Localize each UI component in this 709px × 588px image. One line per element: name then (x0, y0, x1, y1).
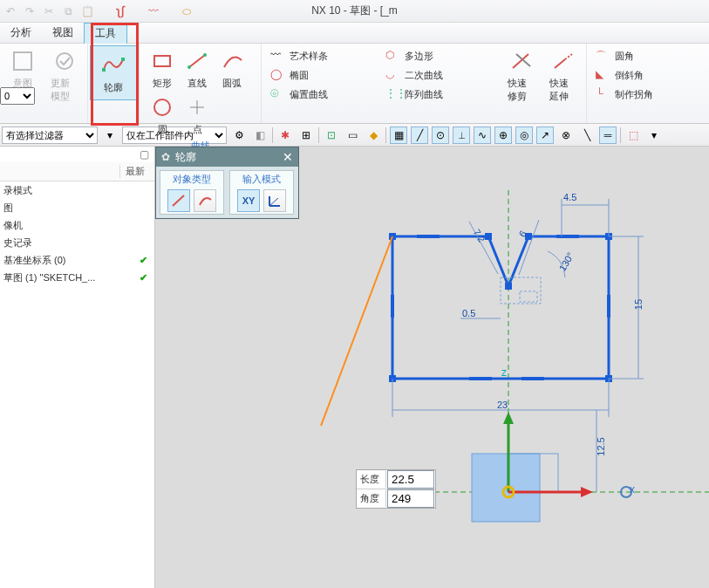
offset-curve-icon: ⦾ (270, 87, 284, 101)
line-button[interactable]: 直线 (180, 45, 215, 92)
point-button[interactable]: 点 (180, 92, 215, 138)
quick-extend-button[interactable]: 快速延伸 (546, 45, 581, 105)
svg-rect-0 (14, 52, 31, 70)
copy-icon[interactable]: ⧉ (61, 4, 75, 18)
length-label: 长度 (357, 471, 386, 488)
paste-icon[interactable]: 📋 (80, 4, 94, 18)
offset-curve-button[interactable]: ⦾偏置曲线 (270, 85, 375, 103)
menu-view[interactable]: 视图 (42, 23, 84, 43)
dim-23[interactable]: 23 (497, 400, 508, 410)
dim-4-5[interactable]: 4.5 (563, 192, 576, 202)
pattern-curve-button[interactable]: ⋮⋮阵列曲线 (385, 85, 490, 103)
tree-node[interactable]: 录模式✔ (0, 181, 154, 199)
dim-0-5[interactable]: 0.5 (462, 308, 475, 318)
fillet-button[interactable]: ⌒圆角 (596, 47, 700, 65)
ellipse-icon: ◯ (270, 68, 284, 82)
tb-6[interactable]: ▭ (344, 126, 361, 144)
tb-snap-9[interactable]: ⊗ (557, 126, 575, 144)
tb-right-1[interactable]: ⬚ (624, 126, 642, 144)
panel-object-type: 对象类型 (173, 173, 211, 186)
chamfer-icon: ◣ (596, 68, 610, 82)
spline-button[interactable]: 〰艺术样条 (270, 47, 375, 65)
circle-icon (148, 93, 176, 121)
tree-node[interactable]: 图✔ (0, 199, 154, 216)
tree-node[interactable]: 像机✔ (0, 216, 154, 234)
col-latest: 最新 (119, 165, 154, 178)
svg-line-54 (173, 195, 184, 206)
circle-button[interactable]: 圆 (145, 92, 180, 138)
update-model-icon (51, 47, 78, 75)
gear-icon[interactable]: ✿ (161, 151, 170, 163)
angle-input[interactable] (388, 490, 433, 507)
cut-icon[interactable]: ✂ (42, 4, 56, 18)
tb-3[interactable]: ✱ (276, 126, 294, 144)
menu-analyze[interactable]: 分析 (0, 23, 42, 43)
length-input[interactable] (388, 471, 433, 488)
check-icon: ✔ (140, 255, 147, 266)
tb-snap-5[interactable]: ∿ (474, 126, 491, 144)
update-model-button[interactable]: 更新模型 (47, 45, 82, 105)
tb-snap-6[interactable]: ⊕ (494, 126, 512, 144)
profile-dialog: ✿ 轮廓 ✕ 对象类型 输入模式 XY (155, 147, 299, 219)
tb-snap-7[interactable]: ◎ (515, 126, 533, 144)
rectangle-button[interactable]: 矩形 (145, 45, 180, 92)
tree-node[interactable]: 史记录✔ (0, 234, 154, 251)
polygon-icon: ⬡ (385, 49, 399, 63)
left-dropdown[interactable]: 0 (0, 87, 35, 105)
svg-line-57 (269, 198, 278, 206)
arc-button[interactable]: 圆弧 (215, 45, 249, 92)
close-icon[interactable]: ✕ (283, 150, 293, 164)
tb-2[interactable]: ◧ (251, 126, 269, 144)
profile-icon (99, 51, 127, 79)
svg-rect-32 (520, 291, 537, 302)
tb-snap-3[interactable]: ⊙ (432, 126, 449, 144)
restore-icon[interactable]: ▢ (140, 148, 149, 161)
line-icon (183, 47, 211, 75)
window-title: NX 10 - 草图 - [_m (311, 3, 398, 18)
tb-7[interactable]: ◆ (365, 126, 382, 144)
input-mode-relative[interactable] (263, 189, 286, 212)
menu-bar: 分析 视图 工具 (0, 23, 709, 44)
tb-snap-4[interactable]: ⟂ (453, 126, 470, 144)
input-mode-xy[interactable]: XY (237, 189, 260, 212)
polygon-button[interactable]: ⬡多边形 (385, 47, 490, 65)
tb-snap-1[interactable]: ▦ (390, 126, 407, 144)
dim-12-5[interactable]: 12.5 (596, 437, 606, 455)
arc-icon (218, 47, 246, 75)
selection-filter[interactable]: 有选择过滤器 (2, 126, 98, 144)
make-corner-button[interactable]: └制作拐角 (596, 85, 700, 103)
menu-tools[interactable]: 工具 (84, 23, 127, 44)
dynamic-input-box: 长度 角度 (356, 469, 436, 509)
filter-icon-1[interactable]: ▾ (101, 126, 119, 144)
spline-qat-icon[interactable]: 〰 (147, 4, 160, 18)
point-icon (183, 93, 211, 121)
sketch-button[interactable]: 意图 (5, 45, 40, 92)
svg-line-12 (516, 54, 530, 66)
help-qat-icon[interactable]: ⬭ (180, 4, 194, 18)
undo-icon[interactable]: ↶ (3, 4, 17, 18)
svg-line-11 (513, 54, 528, 68)
dim-15[interactable]: 15 (633, 299, 644, 310)
object-type-line[interactable] (167, 189, 190, 212)
part-navigator: ▢ 最新 录模式✔ 图✔ 像机✔ 史记录✔ 基准坐标系 (0)✔ 草图 (1) … (0, 147, 155, 588)
conic-button[interactable]: ◡二次曲线 (385, 66, 490, 84)
tb-5[interactable]: ⊡ (323, 126, 340, 144)
tree-node-datum[interactable]: 基准坐标系 (0)✔ (0, 251, 154, 269)
quick-extend-icon (549, 47, 577, 75)
tb-snap-11[interactable]: ═ (599, 126, 617, 144)
chamfer-button[interactable]: ◣倒斜角 (596, 66, 700, 84)
svg-line-13 (555, 59, 565, 68)
ellipse-button[interactable]: ◯椭圆 (270, 66, 375, 84)
object-type-arc[interactable] (194, 189, 216, 212)
tb-snap-2[interactable]: ╱ (411, 126, 428, 144)
tb-right-2[interactable]: ▾ (645, 126, 663, 144)
redo-icon[interactable]: ↷ (23, 4, 37, 18)
tb-4[interactable]: ⊞ (297, 126, 315, 144)
angle-label: 角度 (357, 490, 386, 507)
profile-qat-icon[interactable]: ʅʃ (113, 4, 127, 18)
tb-snap-10[interactable]: ╲ (578, 126, 596, 144)
tb-snap-8[interactable]: ↗ (536, 126, 554, 144)
tree-node-sketch[interactable]: 草图 (1) "SKETCH_...✔ (0, 269, 154, 286)
quick-trim-button[interactable]: 快速修剪 (504, 45, 539, 105)
profile-button[interactable]: 轮廓 (90, 45, 137, 100)
